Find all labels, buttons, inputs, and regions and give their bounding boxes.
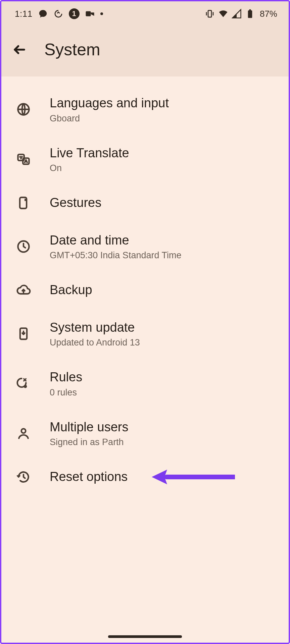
rules-icon (16, 376, 31, 391)
gesture-icon (16, 196, 31, 210)
item-subtitle: Signed in as Parth (50, 437, 275, 447)
outlook-icon (85, 9, 95, 19)
arrow-left-icon (12, 43, 27, 57)
status-bar-right: 87% (205, 9, 277, 19)
device-frame: 1:11 1 87% (0, 0, 290, 644)
reset-history-icon (16, 470, 31, 484)
item-title: Reset options (50, 469, 275, 485)
item-subtitle: Updated to Android 13 (50, 337, 275, 348)
item-title: Rules (50, 369, 275, 385)
page-title: System (44, 40, 100, 59)
chat-icon (38, 9, 48, 19)
svg-rect-2 (248, 10, 252, 18)
item-live-translate[interactable]: Live Translate On (1, 135, 289, 184)
wifi-icon (218, 9, 228, 19)
item-reset-options[interactable]: Reset options (1, 458, 289, 496)
status-bar-left: 1:11 1 (15, 8, 103, 19)
person-icon (16, 426, 31, 441)
cellular-signal-icon (232, 9, 242, 19)
clock-icon (16, 239, 31, 254)
item-title: Backup (50, 282, 275, 298)
notification-count-badge: 1 (69, 8, 80, 19)
phone-update-icon (16, 326, 31, 341)
item-title: System update (50, 320, 275, 336)
item-gestures[interactable]: Gestures (1, 184, 289, 222)
battery-icon (245, 9, 255, 19)
item-subtitle: GMT+05:30 India Standard Time (50, 250, 275, 261)
svg-rect-3 (249, 9, 251, 11)
settings-list: Languages and input Gboard Live Translat… (1, 76, 289, 496)
item-title: Multiple users (50, 419, 275, 435)
item-title: Live Translate (50, 145, 275, 161)
status-bar: 1:11 1 87% (1, 1, 289, 26)
battery-percentage: 87% (260, 9, 277, 19)
back-button[interactable] (9, 40, 30, 60)
svg-point-11 (21, 429, 26, 433)
item-title: Date and time (50, 232, 275, 249)
item-subtitle: 0 rules (50, 387, 275, 398)
item-languages-and-input[interactable]: Languages and input Gboard (1, 85, 289, 135)
more-notifications-dot (100, 12, 103, 15)
item-backup[interactable]: Backup (1, 271, 289, 309)
item-rules[interactable]: Rules 0 rules (1, 359, 289, 409)
svg-rect-0 (86, 11, 91, 16)
item-date-and-time[interactable]: Date and time GMT+05:30 India Standard T… (1, 222, 289, 272)
item-multiple-users[interactable]: Multiple users Signed in as Parth (1, 409, 289, 459)
sync-cloud-icon (53, 9, 63, 19)
svg-rect-1 (208, 10, 211, 17)
nav-bar-handle[interactable] (108, 635, 182, 638)
item-title: Gestures (50, 195, 275, 211)
item-subtitle: On (50, 163, 275, 173)
globe-icon (16, 102, 31, 117)
vibrate-icon (205, 9, 215, 19)
item-system-update[interactable]: System update Updated to Android 13 (1, 309, 289, 359)
cloud-upload-icon (16, 283, 31, 298)
item-subtitle: Gboard (50, 113, 275, 124)
app-header: System (1, 26, 289, 76)
status-clock: 1:11 (15, 9, 33, 19)
svg-point-10 (24, 385, 27, 388)
translate-icon (16, 152, 31, 167)
item-title: Languages and input (50, 95, 275, 111)
